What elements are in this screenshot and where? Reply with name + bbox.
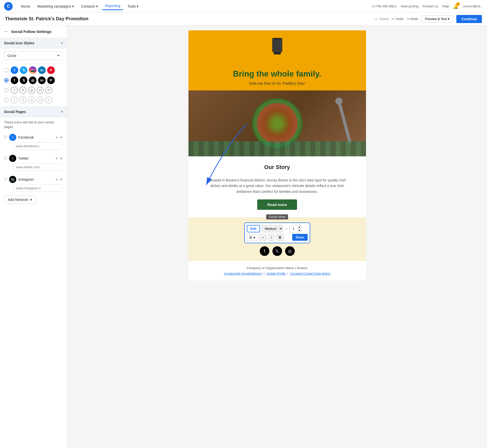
data-notice-link[interactable]: Constant Contact Data Notice: [290, 272, 331, 275]
phone-number: +1 781-482-8911: [371, 4, 396, 8]
social-icon-styles-section-header[interactable]: Social Icon Styles ▾: [0, 38, 67, 48]
remove-twitter-button[interactable]: ✕: [60, 156, 63, 161]
toolbar-done-button[interactable]: Done: [292, 234, 308, 241]
facebook-icon-colored: f: [11, 66, 18, 74]
svg-rect-3: [274, 53, 281, 54]
facebook-network-name: Facebook: [18, 135, 54, 139]
twitter-network-item: ⠿ 𝕏 Twitter ▾ ✕: [4, 153, 63, 171]
preview-test-button[interactable]: Preview & Test ▾: [421, 15, 454, 23]
chevron-down-icon[interactable]: ▾: [56, 136, 58, 139]
contact-us-link[interactable]: Contact us: [422, 4, 438, 8]
story-section: Our Story Located in Boston's financial …: [188, 156, 366, 217]
nav-contacts[interactable]: Contacts ▾: [78, 3, 101, 10]
sidebar: ← Social Follow Settings Social Icon Sty…: [0, 25, 67, 448]
read-more-button[interactable]: Read more: [257, 199, 297, 210]
email-wrapper: Bring the whole family. Kids eat free on…: [188, 30, 366, 443]
svg-rect-1: [273, 39, 282, 51]
remove-facebook-button[interactable]: ✕: [60, 135, 63, 140]
help-link[interactable]: Help: [442, 4, 449, 8]
facebook-network-item: ⠿ f Facebook ▾ ✕: [4, 132, 63, 150]
social-pages-section: These icons will link to your social pag…: [0, 117, 67, 209]
nav-marketing-campaigns[interactable]: Marketing campaigns ▾: [34, 3, 77, 10]
icon-style-row-4: f 𝕏 ◎ in P: [4, 96, 63, 103]
instagram-network-icon: 📷: [9, 176, 16, 183]
width-decrement-button[interactable]: ▼: [297, 229, 302, 232]
style-dropdown-wrapper: Circle Square Rounded Square: [0, 48, 67, 63]
top-navigation: C Home Marketing campaigns ▾ Contacts ▾ …: [0, 0, 487, 13]
toolbar-size-select[interactable]: Medium Small Large: [262, 225, 283, 232]
twitter-network-header: ⠿ 𝕏 Twitter ▾ ✕: [4, 153, 63, 163]
twitter-icon-outline: 𝕏: [19, 87, 26, 94]
icon-style-row-1: f 𝕏 📷 in P: [4, 66, 63, 74]
chevron-down-icon: ▾: [448, 17, 449, 21]
nav-reporting[interactable]: Reporting: [102, 2, 124, 10]
user-menu[interactable]: concon@ca...: [463, 4, 483, 8]
pinterest-icon-black: P: [47, 77, 55, 84]
redo-button[interactable]: ↪ Redo: [407, 17, 418, 21]
remove-instagram-button[interactable]: ✕: [60, 177, 63, 182]
saved-status: ☁️ Saved: [374, 17, 389, 21]
instagram-network-header: ⠿ 📷 Instagram ▾ ✕: [4, 174, 63, 184]
email-social-icons-row: f 𝕏 ◎: [194, 246, 361, 256]
linkedin-icon-gray: in: [37, 96, 44, 103]
drag-handle-twitter[interactable]: ⠿: [4, 156, 7, 161]
chevron-down-icon[interactable]: ▾: [56, 157, 58, 160]
padding-button[interactable]: ↕: [268, 234, 275, 241]
icon-style-radio-3[interactable]: [4, 88, 9, 92]
instagram-icon-gray: ◎: [28, 96, 35, 103]
instagram-network-name: Instagram: [18, 177, 54, 181]
continue-button[interactable]: Continue: [456, 15, 482, 23]
icon-style-row-2: f 𝕏 ◎ in P: [4, 77, 63, 84]
twitter-network-name: Twitter: [18, 156, 54, 160]
width-increment-button[interactable]: ▲: [297, 226, 302, 229]
stew-content: [257, 103, 298, 144]
footer-separator-2: |: [287, 272, 289, 275]
toolbar-width-input: 1 ▲ ▼: [289, 225, 302, 232]
align-button[interactable]: ☰ ▾: [247, 234, 257, 241]
content-area: Bring the whole family. Kids eat free on…: [67, 25, 487, 448]
chevron-down-icon: ▾: [61, 41, 63, 45]
align-icon: ☰: [249, 235, 252, 239]
outline-icons-preview: f 𝕏 ◎ in P: [11, 87, 52, 94]
social-follow-widget: Social follow Edit Medium Small Large ↔: [188, 217, 366, 261]
instagram-url-input[interactable]: [13, 184, 63, 192]
spoon-image: [337, 99, 351, 143]
view-pricing-link[interactable]: View pricing: [401, 4, 419, 8]
drag-handle-facebook[interactable]: ⠿: [4, 135, 7, 140]
app-logo[interactable]: C: [4, 2, 13, 11]
delete-button[interactable]: 🗑: [276, 234, 284, 241]
gray-icons-preview: f 𝕏 ◎ in P: [11, 96, 52, 103]
chevron-down-icon: ▾: [253, 235, 255, 239]
social-follow-label: Social follow: [266, 214, 288, 219]
email-twitter-icon: 𝕏: [272, 246, 282, 256]
icon-style-radio-1[interactable]: [4, 68, 9, 72]
twitter-url-input[interactable]: [13, 163, 63, 171]
undo-button[interactable]: ↩ Undo: [392, 17, 403, 21]
undo-icon: ↩: [392, 17, 394, 21]
social-pages-section-header[interactable]: Social Pages ▾: [0, 107, 67, 117]
twitter-icon-gray: 𝕏: [19, 96, 26, 103]
nav-tools[interactable]: Tools ▾: [124, 3, 142, 10]
twitter-icon-colored: 𝕏: [20, 66, 27, 74]
update-profile-link[interactable]: Update Profile: [266, 272, 286, 275]
nav-home[interactable]: Home: [18, 3, 33, 10]
toolbar-edit-button[interactable]: Edit: [247, 225, 260, 232]
toolbar-row-2: ☰ ▾ ↔ ↕ 🗑 Done: [247, 234, 308, 241]
chevron-down-icon[interactable]: ▾: [56, 178, 58, 181]
unsubscribe-link[interactable]: Unsubscribe [emailAddress]: [224, 272, 262, 275]
linkedin-icon-colored: in: [38, 66, 46, 74]
facebook-url-input[interactable]: [13, 142, 63, 150]
circle-style-dropdown[interactable]: Circle Square Rounded Square: [4, 51, 63, 60]
drag-handle-instagram[interactable]: ⠿: [4, 177, 7, 182]
black-icons-preview: f 𝕏 ◎ in P: [11, 77, 55, 84]
instagram-icon-black: ◎: [29, 77, 37, 84]
icon-style-radio-2[interactable]: [4, 78, 9, 83]
spacing-button[interactable]: ↔: [259, 234, 267, 241]
back-button[interactable]: ←: [4, 29, 9, 34]
chevron-down-icon: ▾: [61, 110, 63, 114]
twitter-network-icon: 𝕏: [9, 155, 16, 162]
social-icon-styles-label: Social Icon Styles: [4, 41, 34, 45]
icon-style-radio-4[interactable]: [4, 98, 9, 102]
instagram-network-item: ⠿ 📷 Instagram ▾ ✕: [4, 174, 63, 192]
add-network-button[interactable]: Add Network ▾: [4, 195, 36, 204]
